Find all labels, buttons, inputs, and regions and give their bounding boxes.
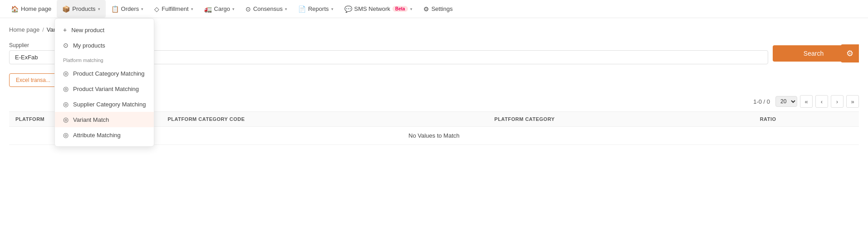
orders-chevron-icon: ▾ [141, 7, 143, 11]
col-platform-category: PLATFORM CATEGORY [488, 112, 754, 127]
nav-item-products[interactable]: 📦 Products ▾ [57, 0, 105, 18]
next-page-button[interactable]: › [831, 95, 843, 108]
category-matching-icon: ◎ [63, 70, 69, 77]
gear-icon: ⚙ [846, 48, 853, 58]
nav-label-sms: SMS Network [354, 5, 390, 12]
dropdown-variant-match[interactable]: ◎ Variant Match [55, 112, 154, 127]
nav-label-reports: Reports [308, 5, 329, 12]
platform-matching-section: Platform matching [55, 53, 154, 66]
cargo-icon: 🚛 [204, 5, 212, 13]
nav-item-home-page[interactable]: 🏠 Home page [5, 0, 57, 18]
page-info: 1-0 / 0 [753, 98, 770, 105]
nav-item-cargo[interactable]: 🚛 Cargo ▾ [199, 0, 240, 18]
prev-page-button[interactable]: ‹ [815, 95, 828, 108]
first-page-button[interactable]: « [800, 95, 813, 108]
product-category-matching-label: Product Category Matching [73, 70, 145, 77]
nav-label-products: Products [72, 5, 95, 12]
reports-icon: 📄 [298, 5, 306, 13]
fulfillment-icon: ◇ [154, 5, 159, 13]
nav-item-sms-network[interactable]: 💬 SMS Network Beta ▾ [339, 0, 418, 18]
nav-item-fulfillment[interactable]: ◇ Fulfillment ▾ [149, 0, 198, 18]
products-dropdown: + New product ⊙ My products Platform mat… [54, 18, 154, 147]
settings-nav-icon: ⚙ [423, 5, 429, 13]
attribute-matching-label: Attribute Matching [73, 132, 121, 139]
nav-label-consensus: Consensus [253, 5, 283, 12]
home-icon: 🏠 [11, 5, 19, 13]
dropdown-product-category-matching[interactable]: ◎ Product Category Matching [55, 66, 154, 81]
consensus-icon: ⊙ [245, 5, 251, 13]
dropdown-my-products[interactable]: ⊙ My products [55, 38, 154, 53]
variant-match-label: Variant Match [73, 116, 109, 123]
store-select[interactable] [86, 50, 768, 64]
nav-item-reports[interactable]: 📄 Reports ▾ [293, 0, 339, 18]
nav-label-cargo: Cargo [214, 5, 230, 12]
attribute-matching-icon: ◎ [63, 131, 69, 139]
new-product-label: New product [71, 27, 104, 34]
top-navigation: 🏠 Home page 📦 Products ▾ 📋 Orders ▾ ◇ Fu… [0, 0, 868, 18]
nav-item-consensus[interactable]: ⊙ Consensus ▾ [240, 0, 293, 18]
fulfillment-chevron-icon: ▾ [191, 7, 193, 11]
cargo-chevron-icon: ▾ [232, 7, 235, 11]
supplier-matching-icon: ◎ [63, 101, 69, 108]
nav-item-orders[interactable]: 📋 Orders ▾ [106, 0, 149, 18]
dropdown-new-product[interactable]: + New product [55, 22, 154, 38]
sms-icon: 💬 [344, 5, 352, 13]
nav-label-settings: Settings [432, 5, 453, 12]
col-platform-category-code: PLATFORM CATEGORY CODE [162, 112, 488, 127]
breadcrumb-separator: / [42, 26, 44, 33]
consensus-chevron-icon: ▾ [285, 7, 287, 11]
variant-matching-icon: ◎ [63, 85, 69, 92]
orders-icon: 📋 [111, 5, 119, 13]
variant-match-icon: ◎ [63, 116, 69, 123]
plus-icon: + [63, 26, 67, 34]
product-variant-matching-label: Product Variant Matching [73, 86, 139, 92]
nav-label-home: Home page [21, 5, 51, 12]
nav-label-fulfillment: Fulfillment [162, 5, 188, 12]
products-icon: 📦 [62, 5, 70, 13]
sms-chevron-icon: ▾ [410, 7, 412, 11]
circle-icon: ⊙ [63, 42, 69, 49]
store-filter-group: Store [86, 42, 768, 64]
beta-badge: Beta [392, 6, 408, 12]
reports-chevron-icon: ▾ [331, 7, 333, 11]
store-label: Store [86, 42, 768, 48]
page-size-select[interactable]: 20 [775, 96, 797, 107]
dropdown-supplier-category-matching[interactable]: ◎ Supplier Category Matching [55, 96, 154, 112]
dropdown-attribute-matching[interactable]: ◎ Attribute Matching [55, 127, 154, 143]
dropdown-product-variant-matching[interactable]: ◎ Product Variant Matching [55, 81, 154, 96]
supplier-category-matching-label: Supplier Category Matching [73, 101, 146, 108]
nav-item-settings[interactable]: ⚙ Settings [418, 0, 458, 18]
my-products-label: My products [73, 42, 105, 49]
excel-transaction-button[interactable]: Excel transa... [9, 73, 57, 87]
col-ratio: RATIO [754, 112, 859, 127]
products-chevron-icon: ▾ [98, 7, 100, 11]
nav-label-orders: Orders [121, 5, 139, 12]
last-page-button[interactable]: » [846, 95, 859, 108]
settings-side-button[interactable]: ⚙ [841, 44, 859, 62]
breadcrumb-home[interactable]: Home page [9, 26, 39, 33]
